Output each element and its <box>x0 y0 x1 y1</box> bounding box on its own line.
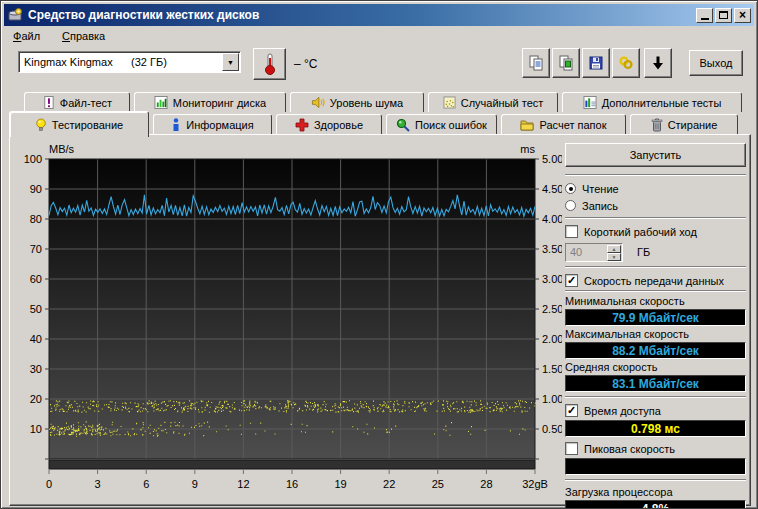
radio-write-row[interactable]: Запись <box>565 198 746 213</box>
svg-text:0.50: 0.50 <box>542 423 562 435</box>
menu-file-rest: айл <box>21 30 40 42</box>
menu-bar: Файл Справка <box>5 27 753 45</box>
radio-write[interactable] <box>565 200 576 211</box>
menu-help-rest: правка <box>70 30 105 42</box>
info-icon <box>171 118 181 132</box>
tab-information[interactable]: Информация <box>153 114 272 135</box>
menu-file[interactable]: Файл <box>11 29 42 43</box>
svg-text:25: 25 <box>432 478 444 490</box>
maximize-button[interactable] <box>715 8 732 23</box>
access-time-display: 0.798 мс <box>565 420 746 437</box>
tab-label: Мониторинг диска <box>173 97 266 109</box>
burst-rate-label: Пиковая скорость <box>584 443 675 455</box>
svg-text:22: 22 <box>383 478 395 490</box>
radio-write-label: Запись <box>582 200 618 212</box>
random-test-icon <box>443 96 456 109</box>
short-stroke-row[interactable]: Короткий рабочий ход <box>565 224 746 239</box>
bulb-icon <box>35 118 47 132</box>
spin-down-icon[interactable]: ▼ <box>607 253 621 261</box>
device-size: (32 ГБ) <box>131 56 167 68</box>
transfer-rate-row[interactable]: Скорость передачи данных <box>565 273 746 288</box>
tab-additional-tests[interactable]: Дополнительные тесты <box>562 92 742 112</box>
short-stroke-unit: ГБ <box>637 246 650 258</box>
short-stroke-value: 40 <box>570 246 582 258</box>
tab-label: Файл-тест <box>60 97 112 109</box>
svg-text:60: 60 <box>30 273 42 285</box>
tab-error-scan[interactable]: Поиск ошибок <box>386 114 497 135</box>
tab-testing[interactable]: Тестирование <box>9 111 149 137</box>
chart-canvas: MB/sms1009080706050403020105.004.504.003… <box>10 135 562 497</box>
short-stroke-size-input[interactable]: 40 ▲▼ <box>565 243 623 262</box>
svg-text:1.50: 1.50 <box>542 363 562 375</box>
svg-text:3: 3 <box>95 478 101 490</box>
trash-icon <box>651 118 663 132</box>
radio-read-row[interactable]: Чтение <box>565 181 746 196</box>
svg-text:50: 50 <box>30 303 42 315</box>
short-stroke-size-row: 40 ▲▼ ГБ <box>565 242 746 262</box>
tab-disk-monitoring[interactable]: Мониторинг диска <box>134 92 286 112</box>
burst-rate-row[interactable]: Пиковая скорость <box>565 441 746 456</box>
tab-folder-calc[interactable]: Расчет папок <box>501 114 626 135</box>
radio-read-label: Чтение <box>582 183 619 195</box>
min-speed-label: Минимальная скорость <box>565 295 746 308</box>
temperature-button[interactable] <box>253 48 286 80</box>
short-stroke-checkbox[interactable] <box>565 225 578 238</box>
svg-text:MB/s: MB/s <box>49 143 75 155</box>
tab-random-test[interactable]: Случайный тест <box>428 92 558 112</box>
tab-noise-level[interactable]: Уровень шума <box>290 92 424 112</box>
tab-label: Информация <box>186 119 253 131</box>
benchmark-chart: MB/sms1009080706050403020105.004.504.003… <box>10 135 562 499</box>
tab-health[interactable]: Здоровье <box>276 114 382 135</box>
svg-text:4.00: 4.00 <box>542 213 562 225</box>
svg-text:1.00: 1.00 <box>542 393 562 405</box>
access-time-checkbox[interactable] <box>565 404 578 417</box>
burst-rate-checkbox[interactable] <box>565 442 578 455</box>
folder-icon <box>520 119 534 131</box>
title-bar: Средство диагностики жестких дисков × <box>4 4 754 26</box>
minimize-button[interactable] <box>696 8 713 23</box>
tab-erase[interactable]: Стирание <box>630 114 738 135</box>
tab-label: Поиск ошибок <box>415 119 487 131</box>
speaker-icon <box>311 96 325 109</box>
spinner-buttons[interactable]: ▲▼ <box>607 245 621 260</box>
svg-text:12: 12 <box>237 478 249 490</box>
transfer-rate-checkbox[interactable] <box>565 274 578 287</box>
copy-button[interactable] <box>522 48 550 78</box>
radio-read[interactable] <box>565 183 576 194</box>
menu-help[interactable]: Справка <box>60 29 107 43</box>
spin-up-icon[interactable]: ▲ <box>607 245 621 253</box>
download-arrow-icon <box>650 55 666 71</box>
copy-image-icon <box>558 55 574 71</box>
exit-button[interactable]: Выход <box>689 50 743 76</box>
tab-label: Случайный тест <box>461 97 544 109</box>
close-button[interactable]: × <box>734 8 751 23</box>
start-button[interactable]: Запустить <box>565 143 746 167</box>
svg-text:20: 20 <box>30 393 42 405</box>
copy-image-button[interactable] <box>552 48 580 78</box>
exit-label: Выход <box>700 57 733 69</box>
svg-text:40: 40 <box>30 333 42 345</box>
download-button[interactable] <box>644 48 672 78</box>
health-cross-icon <box>295 118 309 132</box>
app-icon <box>7 7 23 23</box>
tools-button[interactable] <box>612 48 640 78</box>
device-select[interactable]: Kingmax Kingmax (32 ГБ) ▼ <box>18 51 241 73</box>
control-panel: Запустить Чтение Запись Короткий рабочий… <box>565 143 746 509</box>
file-test-icon <box>42 96 55 109</box>
svg-text:28: 28 <box>480 478 492 490</box>
save-button[interactable] <box>582 48 610 78</box>
svg-text:ms: ms <box>520 143 535 155</box>
tab-file-test[interactable]: Файл-тест <box>24 92 130 112</box>
menu-help-accel: С <box>62 30 70 42</box>
max-speed-label: Максимальная скорость <box>565 328 746 341</box>
close-icon: × <box>739 10 746 20</box>
svg-text:10: 10 <box>30 423 42 435</box>
access-time-row[interactable]: Время доступа <box>565 403 746 418</box>
maximize-icon <box>719 11 728 19</box>
burst-rate-display <box>565 458 746 475</box>
avg-speed-label: Средняя скорость <box>565 361 746 374</box>
device-select-arrow[interactable]: ▼ <box>222 53 239 71</box>
svg-text:2.50: 2.50 <box>542 303 562 315</box>
svg-text:6: 6 <box>143 478 149 490</box>
copy-icon <box>528 55 544 71</box>
